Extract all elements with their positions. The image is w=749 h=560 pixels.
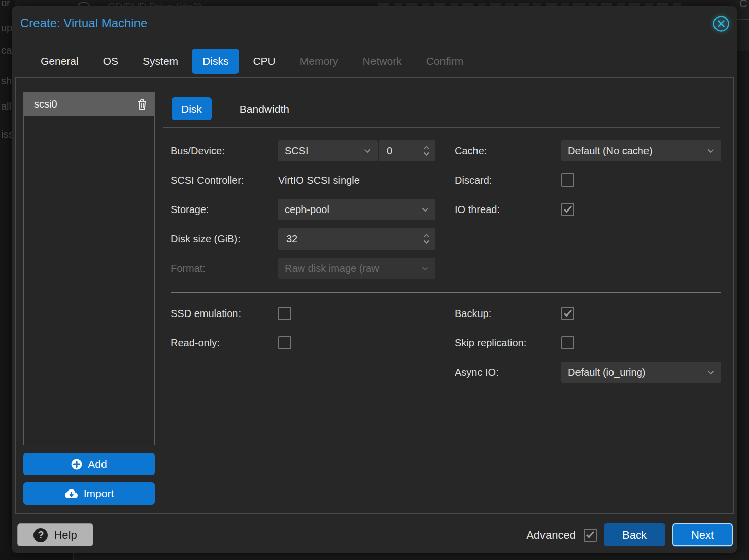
subtab-divider xyxy=(163,127,720,128)
backup-label: Backup: xyxy=(455,308,561,320)
ssd-emulation-row: SSD emulation: xyxy=(171,303,435,324)
sidebar-fragment: up xyxy=(1,22,12,34)
background-right-fragment: C xyxy=(739,0,747,10)
scsi-controller-row: SCSI Controller: VirtIO SCSI single xyxy=(171,169,435,191)
tab-confirm: Confirm xyxy=(416,49,474,74)
advanced-section-divider xyxy=(171,292,721,293)
device-number-value: 0 xyxy=(387,145,392,157)
import-disk-label: Import xyxy=(84,487,114,500)
bus-select[interactable]: SCSI xyxy=(278,140,378,161)
subtab-bandwidth[interactable]: Bandwidth xyxy=(230,97,299,120)
cache-row: Cache: Default (No cache) xyxy=(455,140,721,161)
tab-memory: Memory xyxy=(289,49,349,74)
import-disk-button[interactable]: Import xyxy=(23,482,155,505)
bus-device-label: Bus/Device: xyxy=(171,145,278,157)
spinner-arrows-icon[interactable] xyxy=(423,146,430,156)
cache-select[interactable]: Default (No cache) xyxy=(561,140,721,161)
background-right-divider xyxy=(736,19,749,20)
async-io-select[interactable]: Default (io_uring) xyxy=(561,362,721,383)
sidebar-fragment: or xyxy=(1,0,10,9)
sidebar-fragment: iss xyxy=(1,129,13,141)
bus-device-row: Bus/Device: SCSI 0 xyxy=(171,140,435,161)
async-io-row: Async IO: Default (io_uring) xyxy=(455,362,721,383)
read-only-checkbox[interactable] xyxy=(278,336,291,349)
trash-icon[interactable] xyxy=(137,99,147,110)
tab-os[interactable]: OS xyxy=(92,49,129,74)
disk-size-value: 32 xyxy=(286,233,297,245)
tab-label: OS xyxy=(103,55,118,67)
device-number-input[interactable]: 0 xyxy=(379,140,435,161)
advanced-checkbox[interactable] xyxy=(584,529,597,542)
format-row: Format: Raw disk image (raw xyxy=(171,258,435,279)
tab-general[interactable]: General xyxy=(30,49,89,74)
skip-replication-checkbox[interactable] xyxy=(561,336,574,349)
discard-row: Discard: xyxy=(455,169,721,191)
subtab-label: Bandwidth xyxy=(240,103,289,115)
help-button[interactable]: ? Help xyxy=(17,523,93,546)
cache-select-value: Default (No cache) xyxy=(568,145,653,157)
io-thread-row: IO thread: xyxy=(455,199,721,220)
footer-actions: Advanced Back Next xyxy=(526,523,733,546)
ssd-emulation-label: SSD emulation: xyxy=(171,308,278,320)
cache-label: Cache: xyxy=(455,145,561,157)
disk-list-item-scsi0[interactable]: scsi0 xyxy=(24,93,154,116)
discard-checkbox[interactable] xyxy=(561,173,574,187)
close-icon[interactable] xyxy=(712,15,730,32)
io-thread-label: IO thread: xyxy=(455,204,561,216)
cloud-download-icon xyxy=(64,488,78,499)
tab-label: Memory xyxy=(300,55,338,67)
async-io-label: Async IO: xyxy=(455,367,561,378)
spinner-arrows-icon[interactable] xyxy=(423,234,430,244)
read-only-row: Read-only: xyxy=(171,332,435,354)
tab-cpu[interactable]: CPU xyxy=(242,49,286,74)
sidebar-fragment: sh xyxy=(1,75,12,87)
tab-label: CPU xyxy=(253,55,275,67)
back-button[interactable]: Back xyxy=(604,523,665,546)
screen: CD/DVD Drive (ide2) or up ca sh all iss … xyxy=(0,0,749,560)
tab-label: System xyxy=(143,55,178,67)
background-bottom-edge xyxy=(0,553,749,560)
backup-checkbox[interactable] xyxy=(561,307,574,320)
disk-size-label: Disk size (GiB): xyxy=(171,233,278,245)
dialog-footer: ? Help Advanced Back Next xyxy=(12,514,737,553)
discard-label: Discard: xyxy=(455,174,561,186)
async-io-select-value: Default (io_uring) xyxy=(568,367,645,378)
tab-disks[interactable]: Disks xyxy=(192,49,239,74)
sidebar-fragment: all xyxy=(1,100,11,112)
chevron-down-icon xyxy=(422,207,429,212)
disk-subtabs: Disk Bandwidth xyxy=(172,97,299,120)
subtab-label: Disk xyxy=(181,103,202,115)
add-disk-label: Add xyxy=(88,458,107,470)
wizard-tabs: General OS System Disks CPU Memory Netwo… xyxy=(30,49,474,74)
plus-circle-icon xyxy=(71,459,82,470)
help-label: Help xyxy=(54,529,77,542)
scsi-controller-label: SCSI Controller: xyxy=(171,174,278,186)
tab-system[interactable]: System xyxy=(132,49,189,74)
background-right-edge: C xyxy=(736,0,749,560)
format-label: Format: xyxy=(171,263,278,274)
chevron-down-icon xyxy=(707,370,714,375)
tab-label: Network xyxy=(363,55,402,67)
io-thread-checkbox[interactable] xyxy=(561,203,574,216)
disk-size-input[interactable]: 32 xyxy=(278,228,435,250)
tab-label: Disks xyxy=(202,55,228,67)
dialog-title: Create: Virtual Machine xyxy=(20,16,147,30)
chevron-down-icon xyxy=(364,149,371,153)
ssd-emulation-checkbox[interactable] xyxy=(278,307,291,320)
scsi-controller-value: VirtIO SCSI single xyxy=(278,174,360,186)
create-vm-dialog: Create: Virtual Machine General OS Syste… xyxy=(12,6,737,553)
next-button[interactable]: Next xyxy=(672,523,733,546)
advanced-label: Advanced xyxy=(526,529,576,542)
disk-size-row: Disk size (GiB): 32 xyxy=(171,228,435,250)
subtab-disk[interactable]: Disk xyxy=(172,97,212,120)
storage-select-value: ceph-pool xyxy=(285,204,329,216)
read-only-label: Read-only: xyxy=(171,337,278,349)
storage-label: Storage: xyxy=(171,204,278,216)
storage-select[interactable]: ceph-pool xyxy=(278,199,435,220)
tab-label: Confirm xyxy=(426,55,464,67)
storage-row: Storage: ceph-pool xyxy=(171,199,435,220)
skip-replication-row: Skip replication: xyxy=(455,332,721,354)
disk-list-panel: scsi0 xyxy=(23,92,155,445)
add-disk-button[interactable]: Add xyxy=(23,453,155,475)
skip-replication-label: Skip replication: xyxy=(455,337,561,349)
